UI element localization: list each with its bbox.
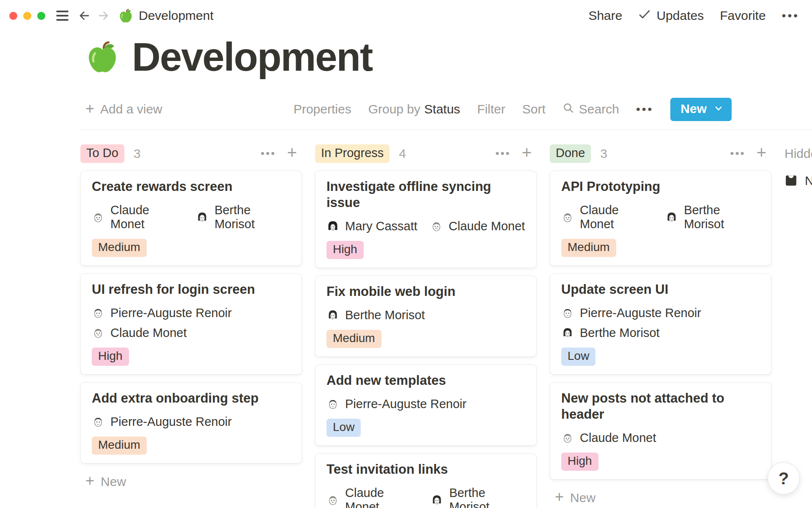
column-add-card-icon[interactable]: + xyxy=(287,144,297,161)
assignee-row: Claude MonetBerthe Morisot xyxy=(326,486,525,508)
card-list: API PrototypingClaude MonetBerthe Moriso… xyxy=(550,171,771,480)
question-mark-icon: ? xyxy=(779,469,789,488)
column-count: 3 xyxy=(600,146,607,161)
properties-button[interactable]: Properties xyxy=(294,102,351,116)
card[interactable]: New posts not attached to headerClaude M… xyxy=(550,382,771,480)
priority-tag-row: Low xyxy=(561,340,760,366)
add-view-label: Add a view xyxy=(100,102,162,116)
card[interactable]: Add new templatesPierre-Auguste RenoirLo… xyxy=(315,364,537,446)
priority-tag-row: Medium xyxy=(92,429,291,455)
group-by-label: Group by xyxy=(368,102,420,116)
assignee-name: Claude Monet xyxy=(110,326,187,340)
assignee-row: Pierre-Auguste Renoir xyxy=(92,306,291,320)
avatar-pierre-auguste-renoir xyxy=(326,398,339,410)
favorite-button[interactable]: Favorite xyxy=(720,8,765,23)
card-list: Create rewards screenClaude MonetBerthe … xyxy=(80,171,302,464)
add-view-button[interactable]: + Add a view xyxy=(85,102,162,116)
apple-page-icon-large[interactable] xyxy=(85,40,119,74)
priority-tag: High xyxy=(561,453,598,471)
assignee: Pierre-Auguste Renoir xyxy=(92,415,232,429)
card[interactable]: Test invitation linksClaude MonetBerthe … xyxy=(315,453,537,508)
search-button[interactable]: Search xyxy=(562,102,619,117)
column-add-card-icon[interactable]: + xyxy=(757,144,766,161)
column-status-badge[interactable]: Done xyxy=(550,144,591,163)
more-options-icon[interactable]: ••• xyxy=(782,9,799,22)
view-toolbar: + Add a view Properties Group byStatus F… xyxy=(85,98,732,121)
priority-tag-row: High xyxy=(326,233,525,259)
page-title[interactable]: Development xyxy=(132,36,372,78)
priority-tag: High xyxy=(92,348,129,366)
share-button[interactable]: Share xyxy=(588,8,622,23)
topbar-actions: Share Updates Favorite ••• xyxy=(588,8,799,24)
view-more-icon[interactable]: ••• xyxy=(636,102,653,116)
add-card-label: New xyxy=(570,491,595,505)
avatar-claude-monet xyxy=(92,211,104,224)
apple-page-icon xyxy=(118,8,133,23)
hidden-group-no-status[interactable]: No Status xyxy=(785,174,812,188)
column-add-card-icon[interactable]: + xyxy=(522,144,532,161)
close-window-button[interactable] xyxy=(9,12,17,20)
sidebar-menu-icon[interactable] xyxy=(56,11,69,21)
card[interactable]: UI refresh for login screenPierre-August… xyxy=(80,273,302,375)
column-header-actions: •••+ xyxy=(730,146,766,161)
card[interactable]: Update screen UIPierre-Auguste RenoirBer… xyxy=(550,273,771,375)
card-title: New posts not attached to header xyxy=(561,390,760,422)
card[interactable]: Create rewards screenClaude MonetBerthe … xyxy=(80,171,302,266)
column-header: In Progress4•••+ xyxy=(315,144,537,163)
card[interactable]: API PrototypingClaude MonetBerthe Moriso… xyxy=(550,171,771,266)
breadcrumb[interactable]: Development xyxy=(118,8,214,23)
sort-button[interactable]: Sort xyxy=(522,102,546,116)
assignee-row: Berthe Morisot xyxy=(326,308,525,322)
assignee: Claude Monet xyxy=(92,326,187,340)
priority-tag: Medium xyxy=(92,436,147,455)
avatar-mary-cassatt xyxy=(326,220,339,232)
back-arrow-icon[interactable] xyxy=(77,8,91,23)
new-button-label: New xyxy=(680,102,707,116)
avatar-pierre-auguste-renoir xyxy=(92,415,104,428)
assignee-name: Claude Monet xyxy=(580,203,653,231)
column-count: 4 xyxy=(399,146,406,161)
add-card-label: New xyxy=(101,475,126,489)
zoom-window-button[interactable] xyxy=(37,12,45,20)
updates-label: Updates xyxy=(656,8,704,23)
minimize-window-button[interactable] xyxy=(23,12,31,20)
add-card-button[interactable]: +New xyxy=(80,475,302,489)
avatar-pierre-auguste-renoir xyxy=(92,306,104,319)
assignee-row: Claude Monet xyxy=(561,431,760,445)
filter-button[interactable]: Filter xyxy=(477,102,505,116)
help-button[interactable]: ? xyxy=(768,462,800,494)
avatar-berthe-morisot xyxy=(326,309,339,321)
assignee: Pierre-Auguste Renoir xyxy=(92,306,232,320)
card[interactable]: Investigate offline syncing issueMary Ca… xyxy=(315,171,537,268)
avatar-claude-monet xyxy=(92,326,104,339)
hidden-columns-label[interactable]: Hidden columns xyxy=(785,146,812,161)
forward-arrow-icon[interactable] xyxy=(96,8,111,23)
plus-icon: + xyxy=(85,473,94,489)
column-more-icon[interactable]: ••• xyxy=(730,147,745,160)
new-button[interactable]: New xyxy=(670,98,732,121)
column-more-icon[interactable]: ••• xyxy=(261,147,276,160)
card-title: Fix mobile web login xyxy=(326,284,525,300)
add-card-button[interactable]: +New xyxy=(550,491,771,505)
assignee-name: Berthe Morisot xyxy=(580,326,660,340)
assignee-row: Claude Monet xyxy=(92,326,291,340)
assignee: Berthe Morisot xyxy=(196,203,291,231)
card[interactable]: Fix mobile web loginBerthe MorisotMedium xyxy=(315,276,537,357)
priority-tag-row: High xyxy=(92,340,291,366)
assignee-row: Claude MonetBerthe Morisot xyxy=(561,203,760,231)
priority-tag: Medium xyxy=(561,239,616,257)
assignee: Berthe Morisot xyxy=(665,203,760,231)
card[interactable]: Add extra onboarding stepPierre-Auguste … xyxy=(80,382,302,464)
traffic-lights xyxy=(9,12,45,20)
column-more-icon[interactable]: ••• xyxy=(495,147,510,160)
column-status-badge[interactable]: In Progress xyxy=(315,144,390,163)
group-by-button[interactable]: Group byStatus xyxy=(368,102,460,116)
board-column-in-progress: In Progress4•••+Investigate offline sync… xyxy=(315,144,537,508)
column-status-badge[interactable]: To Do xyxy=(80,144,124,163)
priority-tag-row: Low xyxy=(326,411,525,437)
avatar-claude-monet xyxy=(561,431,574,444)
assignee: Claude Monet xyxy=(92,203,183,231)
priority-tag-row: Medium xyxy=(561,231,760,257)
updates-button[interactable]: Updates xyxy=(638,8,704,24)
assignee: Claude Monet xyxy=(430,219,525,233)
